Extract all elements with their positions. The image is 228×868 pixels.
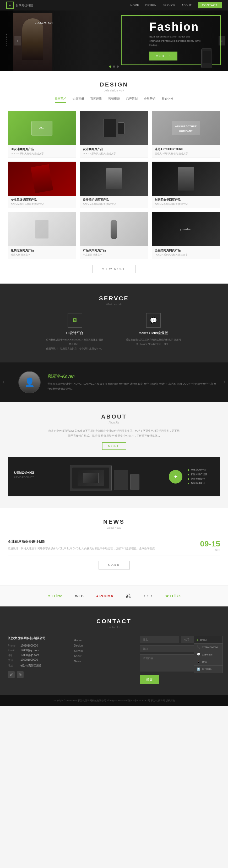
service-desc-2: 通过整合强大的互联网和电商运营能力和线下 服务网络，Maker Cloud企业版… (125, 338, 182, 346)
about-more: MORE (8, 442, 220, 450)
news-title: NEWS (8, 518, 220, 525)
news-subtitle: Latest News (8, 526, 220, 529)
float-top[interactable]: 🔝 回到顶部 (194, 666, 223, 673)
partner-5: ✦ ✦ ✦ (140, 593, 155, 599)
person-name: LAURE SHANG (35, 21, 53, 25)
design-card-2-title: 设计类网页产品 (83, 147, 145, 151)
partners-section: ✦ LEirro WEB ● POOMA 武 ✦ ✦ ✦ ★ LElike (0, 585, 228, 607)
design-card-7[interactable]: 服装行业网页产品 时装风格 描述文字 (8, 212, 76, 259)
tab-exhibition[interactable]: 会展营销 (144, 97, 155, 103)
service-grid: 🖥 UI设计平台 公司整体版面于NEWCREATIVECA 整版页面显示 创意整… (8, 313, 220, 351)
design-card-8[interactable]: 产品展策网页产品 产品展策 描述文字 (80, 212, 148, 259)
tab-video[interactable]: 营销视频 (108, 97, 120, 103)
hero-dots (109, 65, 119, 68)
social-weibo[interactable]: W (8, 671, 15, 678)
footer-nav-design[interactable]: Design (74, 644, 132, 647)
float-phone[interactable]: 📞 176901000000 (194, 644, 223, 651)
nav-home[interactable]: HOME (130, 4, 139, 7)
design-card-5[interactable]: 欧美简约类网页产品 PCKM 4系列风格相关 描述文字 (80, 161, 148, 208)
float-online[interactable]: ● Online (194, 636, 223, 644)
testimonial-prev[interactable]: ‹ (3, 379, 4, 385)
design-card-4-desc: PCKM 4系列风格相关 描述文字 (11, 203, 73, 206)
view-more-button[interactable]: VIEW MORE (92, 265, 135, 273)
hero-dot-1[interactable] (109, 65, 111, 68)
sidebar-item-3: 创意整合设计 (191, 477, 205, 480)
hero-cta-button[interactable]: MORE › (150, 51, 177, 60)
partners-row: ✦ LEirro WEB ● POOMA 武 ✦ ✦ ✦ ★ LElike (8, 591, 220, 601)
qq-icon: 💬 (197, 653, 200, 656)
design-tabs: 插画艺术 企业画册 官网建设 营销视频 品牌策划 会展营销 新媒体推 (8, 97, 220, 105)
hero-next-button[interactable]: › (219, 36, 225, 45)
hero-dot-3[interactable] (117, 65, 119, 68)
design-card-8-image (80, 212, 148, 246)
about-subtitle: About Us (8, 421, 220, 424)
design-card-5-image (80, 162, 148, 196)
about-green-button[interactable]: ✦ (169, 470, 183, 484)
news-desc-1: 流感设计：网络大师所示 网络数字多媒体时代以来 以同 为代化 人类视觉创新数字中… (8, 546, 191, 551)
hero-prev-button[interactable]: ‹ (14, 36, 21, 45)
social-wechat[interactable]: 微 (17, 671, 24, 678)
design-card-1-desc: PCKM 4系列风格相关 描述文字 (11, 152, 73, 155)
hero-phone-mockup (201, 49, 212, 68)
tab-brochure[interactable]: 企业画册 (73, 97, 84, 103)
tab-social[interactable]: 新媒体推 (162, 97, 173, 103)
float-qq[interactable]: 💬 12345678 (194, 651, 223, 658)
device-tablet (114, 470, 128, 490)
sidebar-item-2: 新媒体推广运营 (191, 473, 207, 476)
tab-brand[interactable]: 品牌策划 (126, 97, 138, 103)
testimonial-next[interactable]: › (224, 379, 225, 385)
design-card-2[interactable]: 设计类网页产品 PCKM 4系列风格相关 描述文字 (80, 111, 148, 158)
design-card-2-image (80, 111, 148, 145)
design-card-3-desc: 流感人 4系列风格相关 描述文字 (155, 152, 217, 155)
contact-section: CONTACT Contact Us 长沙太优科网科技有限公司 Phone 17… (0, 607, 228, 695)
footer-nav-home[interactable]: Home (74, 639, 132, 642)
footer-nav-service[interactable]: Service (74, 649, 132, 652)
contact-subtitle: Contact Us (8, 626, 220, 629)
design-card-9[interactable]: yonder 全品类网页网页产品 PCKM 4系列风格相关 描述文字 (152, 212, 220, 259)
sidebar-item-4: 数字商城建设 (191, 482, 205, 485)
logo-icon: ✦ (6, 2, 13, 9)
hero-left-strip: ARTISY (0, 10, 13, 71)
design-card-3-image: ARCHITECTURECOMPANY (152, 111, 220, 145)
nav-contact-button[interactable]: CONTACT (198, 2, 222, 8)
news-section: NEWS Latest News 企业创意商业云设计创新 流感设计：网络大师所示… (0, 508, 228, 585)
service-section: SERVCE What can I do 🖥 UI设计平台 公司整体版面于NEW… (0, 284, 228, 363)
about-more-button[interactable]: MORE (102, 442, 126, 450)
social-icons: W 微 (8, 671, 66, 678)
design-card-4[interactable]: 专注品牌类网页产品 PCKM 4系列风格相关 描述文字 (8, 161, 76, 208)
nav-links: HOME DESIGN SERVICE ABOUT CONTACT (130, 2, 222, 8)
float-wechat[interactable]: 📱 微信 (194, 658, 223, 666)
nav-service[interactable]: SERVICE (163, 4, 175, 7)
hero-section: ARTISY LAURE SHANG Fashion B12 Fashion-b… (0, 10, 228, 71)
design-card-4-image (8, 162, 76, 196)
footer-bottom: Copyright © 2008-2016 长沙太优科网科技有限公司 All R… (0, 695, 228, 706)
company-name: 长沙太优科网科技有限公司 (8, 636, 66, 641)
partner-3: ● POOMA (94, 592, 116, 600)
form-submit-button[interactable]: 提交 (140, 675, 159, 684)
tab-illustration[interactable]: 插画艺术 (55, 97, 66, 103)
footer-nav-news[interactable]: News (74, 660, 132, 663)
design-card-3[interactable]: ARCHITECTURECOMPANY 遇见ARCHITECTURE 流感人 4… (152, 111, 220, 158)
hero-dot-2[interactable] (113, 65, 115, 68)
contact-info-rows: Phone 176901000000 Email 12060@qq.com QQ… (8, 644, 66, 668)
form-name-input[interactable] (140, 636, 179, 643)
partner-4: 武 (123, 591, 133, 601)
design-card-6-desc: PCKM 4系列风格相关 描述文字 (155, 203, 217, 206)
hero-title: Fashion (150, 21, 202, 32)
footer-nav-about[interactable]: About (74, 654, 132, 657)
service-title: SERVCE (8, 295, 220, 302)
nav-design[interactable]: DESIGN (145, 4, 156, 7)
about-product-label: UEMO企业版 (14, 470, 40, 475)
tab-website[interactable]: 官网建设 (90, 97, 102, 103)
phone-icon: 📞 (197, 646, 200, 649)
design-card-1[interactable]: iMac UI设计类网页产品 PCKM 4系列风格相关 描述文字 (8, 111, 76, 158)
design-card-6[interactable]: 创意图集类网页产品 PCKM 4系列风格相关 描述文字 (152, 161, 220, 208)
phone-label: Phone (8, 644, 18, 647)
about-section: ABOUT About Us 您是企业老板和Maker Cloud 旗下里群好创… (0, 402, 228, 508)
about-text: 您是企业老板和Maker Cloud 旗下里群好创城你中企业综合运营服务集团。包… (48, 428, 180, 438)
news-more-button[interactable]: MORE (99, 561, 130, 569)
contact-float-widget: ● Online 📞 176901000000 💬 12345678 📱 微信 … (194, 636, 223, 673)
nav-about[interactable]: ABOUT (182, 4, 192, 7)
news-year-1: 2016 (197, 548, 220, 551)
design-title: DESIGN (8, 81, 220, 88)
